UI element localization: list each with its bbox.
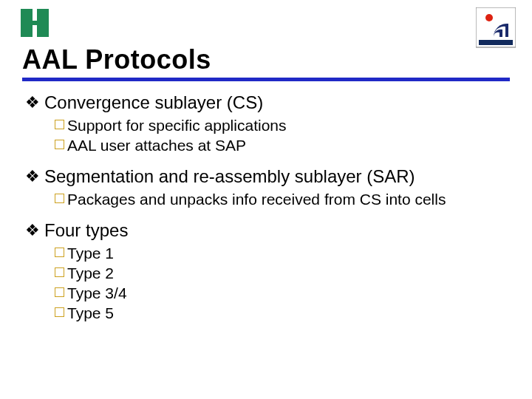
content: ❖ Convergence sublayer (CS) Support for …	[22, 92, 510, 323]
svg-rect-0	[21, 9, 33, 21]
square-bullet-icon	[55, 140, 64, 149]
svg-point-6	[485, 14, 493, 21]
square-bullet-icon	[55, 248, 64, 257]
bullet-level2: AAL user attaches at SAP	[55, 135, 510, 155]
bullet-level2: Packages and unpacks info received from …	[55, 189, 510, 209]
bullet-level1: ❖ Segmentation and re-assembly sublayer …	[25, 166, 510, 188]
svg-rect-4	[21, 21, 49, 25]
level2-text: Type 5	[67, 303, 114, 323]
svg-rect-2	[21, 25, 33, 37]
level1-text: Segmentation and re-assembly sublayer (S…	[44, 166, 415, 188]
square-bullet-icon	[55, 307, 64, 317]
level2-text: Packages and unpacks info received from …	[67, 189, 446, 209]
sub-list: Packages and unpacks info received from …	[55, 189, 510, 209]
bullet-level1: ❖ Convergence sublayer (CS)	[25, 92, 510, 114]
slide: AAL Protocols ❖ Convergence sublayer (CS…	[0, 0, 532, 399]
bullet-level2: Type 3/4	[55, 283, 510, 303]
level2-text: Type 3/4	[67, 283, 127, 303]
square-bullet-icon	[55, 120, 64, 129]
title-underline	[22, 78, 510, 81]
bullet-level2: Support for specific applications	[55, 115, 510, 135]
svg-rect-3	[37, 25, 49, 37]
bullet-level2: Type 1	[55, 243, 510, 263]
level2-text: Support for specific applications	[67, 115, 287, 135]
logo-right	[476, 7, 516, 55]
ornament-bullet-icon: ❖	[25, 219, 40, 242]
level2-text: Type 2	[67, 263, 114, 283]
square-bullet-icon	[55, 267, 64, 277]
level1-text: Convergence sublayer (CS)	[44, 92, 263, 114]
svg-rect-7	[479, 40, 513, 45]
bullet-level1: ❖ Four types	[25, 219, 510, 242]
svg-rect-1	[37, 9, 49, 21]
square-bullet-icon	[55, 287, 64, 297]
level1-text: Four types	[44, 219, 128, 242]
square-bullet-icon	[55, 194, 64, 203]
ornament-bullet-icon: ❖	[25, 92, 40, 114]
ornament-bullet-icon: ❖	[25, 166, 40, 188]
sub-list: Support for specific applications AAL us…	[55, 115, 510, 155]
bullet-level2: Type 2	[55, 263, 510, 283]
level2-text: AAL user attaches at SAP	[67, 135, 246, 155]
title-block: AAL Protocols	[22, 44, 510, 81]
level2-text: Type 1	[67, 243, 114, 263]
logo-left	[21, 9, 50, 41]
slide-title: AAL Protocols	[22, 44, 510, 75]
sub-list: Type 1 Type 2 Type 3/4 Type 5	[55, 243, 510, 323]
bullet-level2: Type 5	[55, 303, 510, 323]
